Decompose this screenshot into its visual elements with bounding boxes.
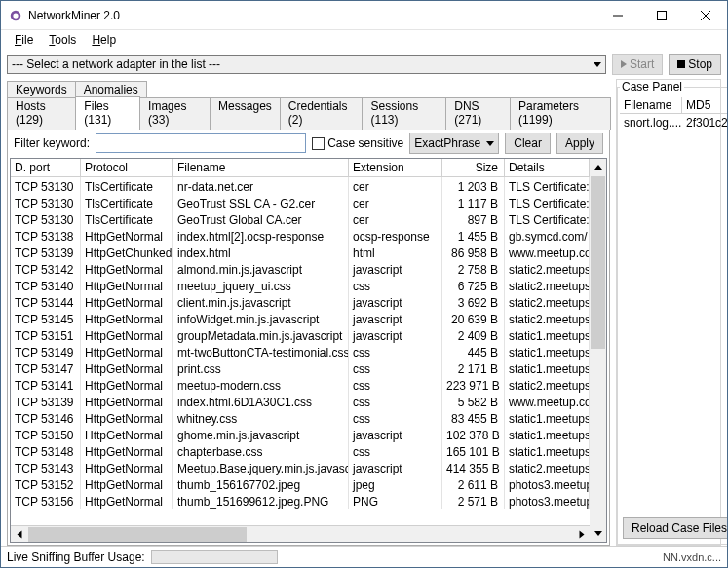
adapter-row: --- Select a network adapter in the list…: [1, 50, 727, 79]
play-icon: [621, 60, 627, 68]
statusbar: Live Sniffing Buffer Usage: NN.vxdn.c...: [1, 546, 727, 567]
stop-button[interactable]: Stop: [669, 54, 721, 75]
filter-keyword-input[interactable]: [96, 133, 306, 153]
table-row[interactable]: TCP 53130TlsCertificateGeoTrust SSL CA -…: [11, 194, 590, 210]
close-button[interactable]: [683, 1, 727, 29]
window-title: NetworkMiner 2.0: [28, 9, 120, 22]
tab-images[interactable]: Images (33): [139, 97, 211, 130]
table-row[interactable]: TCP 53130TlsCertificateGeoTrust Global C…: [11, 210, 590, 227]
stop-icon: [677, 60, 685, 68]
start-button[interactable]: Start: [612, 54, 663, 75]
clear-button[interactable]: Clear: [505, 133, 551, 154]
filter-row: Filter keyword: Case sensitive ExactPhra…: [10, 133, 607, 158]
adapter-select-text: --- Select a network adapter in the list…: [12, 57, 220, 71]
table-row[interactable]: TCP 53152HttpGetNormalthumb_156167702.jp…: [11, 475, 590, 492]
tab-sessions[interactable]: Sessions (113): [362, 97, 446, 130]
tab-dns[interactable]: DNS (271): [445, 97, 511, 130]
table-row[interactable]: TCP 53145HttpGetNormalinfoWidget.min.js.…: [11, 310, 590, 326]
filter-label: Filter keyword:: [14, 136, 90, 150]
col-extension[interactable]: Extension: [349, 159, 442, 176]
buffer-usage-label: Live Sniffing Buffer Usage:: [7, 550, 145, 564]
col-size[interactable]: Size: [442, 159, 505, 176]
case-col-md5[interactable]: MD5: [682, 97, 728, 113]
case-panel-title: Case Panel: [620, 80, 684, 94]
tab-hosts[interactable]: Hosts (129): [7, 97, 76, 130]
table-row[interactable]: TCP 53150HttpGetNormalghome.min.js.javas…: [11, 426, 590, 442]
table-row[interactable]: TCP 53139HttpGetChunkedindex.htmlhtml86 …: [11, 244, 590, 260]
tab-credentials[interactable]: Credentials (2): [280, 97, 364, 130]
svg-point-1: [13, 13, 18, 18]
table-row[interactable]: TCP 53148HttpGetNormalchapterbase.csscss…: [11, 442, 590, 459]
chevron-down-icon: [486, 141, 494, 146]
tab-messages[interactable]: Messages: [210, 97, 281, 130]
buffer-usage-bar: [151, 550, 278, 564]
svg-rect-3: [657, 11, 666, 19]
vertical-scrollbar[interactable]: [590, 159, 606, 542]
table-row[interactable]: TCP 53151HttpGetNormalgroupMetadata.min.…: [11, 326, 590, 343]
table-row[interactable]: TCP 53140HttpGetNormalmeetup_jquery_ui.c…: [11, 277, 590, 293]
maximize-button[interactable]: [639, 1, 683, 29]
chevron-down-icon: [594, 62, 601, 67]
table-row[interactable]: TCP 53142HttpGetNormalalmond.min.js.java…: [11, 260, 590, 277]
menu-tools[interactable]: Tools: [43, 32, 82, 48]
table-row[interactable]: TCP 53156HttpGetNormalthumb_151699612.jp…: [11, 492, 590, 509]
case-col-filename[interactable]: Filename: [620, 97, 682, 113]
table-header: D. port Protocol Filename Extension Size…: [11, 159, 590, 177]
case-panel: Case Panel Filename MD5 snort.log.... 2f…: [616, 79, 721, 546]
horizontal-scrollbar[interactable]: [11, 525, 590, 542]
table-row[interactable]: TCP 53146HttpGetNormalwhitney.csscss83 4…: [11, 409, 590, 426]
col-protocol[interactable]: Protocol: [81, 159, 173, 176]
table-row[interactable]: TCP 53138HttpGetNormalindex.html[2].ocsp…: [11, 227, 590, 244]
reload-case-files-button[interactable]: Reload Case Files: [623, 517, 728, 539]
menubar: File Tools Help: [1, 30, 727, 50]
menu-file[interactable]: File: [9, 32, 39, 48]
menu-help[interactable]: Help: [86, 32, 122, 48]
table-row[interactable]: TCP 53143HttpGetNormalMeetup.Base.jquery…: [11, 459, 590, 475]
table-row[interactable]: TCP 53149HttpGetNormalmt-twoButtonCTA-te…: [11, 343, 590, 360]
table-row[interactable]: TCP 53130TlsCertificatenr-data.net.cerce…: [11, 177, 590, 194]
adapter-select[interactable]: --- Select a network adapter in the list…: [7, 55, 606, 74]
files-table: D. port Protocol Filename Extension Size…: [10, 158, 607, 543]
status-right-text: NN.vxdn.c...: [663, 551, 721, 563]
table-row[interactable]: TCP 53141HttpGetNormalmeetup-modern.cssc…: [11, 376, 590, 393]
table-row[interactable]: TCP 53147HttpGetNormalprint.csscss2 171 …: [11, 360, 590, 376]
tab-files[interactable]: Files (131): [75, 96, 140, 129]
app-icon: [9, 9, 22, 22]
case-sensitive-checkbox[interactable]: Case sensitive: [312, 136, 403, 150]
match-mode-select[interactable]: ExactPhrase: [409, 133, 499, 154]
col-filename[interactable]: Filename: [173, 159, 349, 176]
minimize-button[interactable]: [595, 1, 639, 29]
table-row[interactable]: TCP 53139HttpGetNormalindex.html.6D1A30C…: [11, 393, 590, 409]
tab-keywords[interactable]: Keywords: [7, 81, 76, 97]
tab-parameters[interactable]: Parameters (1199): [510, 97, 611, 130]
tab-anomalies[interactable]: Anomalies: [75, 81, 147, 97]
col-details[interactable]: Details: [505, 159, 590, 176]
table-row[interactable]: TCP 53144HttpGetNormalclient.min.js.java…: [11, 293, 590, 310]
case-row[interactable]: snort.log.... 2f301c2...: [620, 114, 728, 132]
col-d-port[interactable]: D. port: [11, 159, 81, 176]
titlebar: NetworkMiner 2.0: [1, 1, 727, 30]
apply-button[interactable]: Apply: [556, 133, 603, 154]
